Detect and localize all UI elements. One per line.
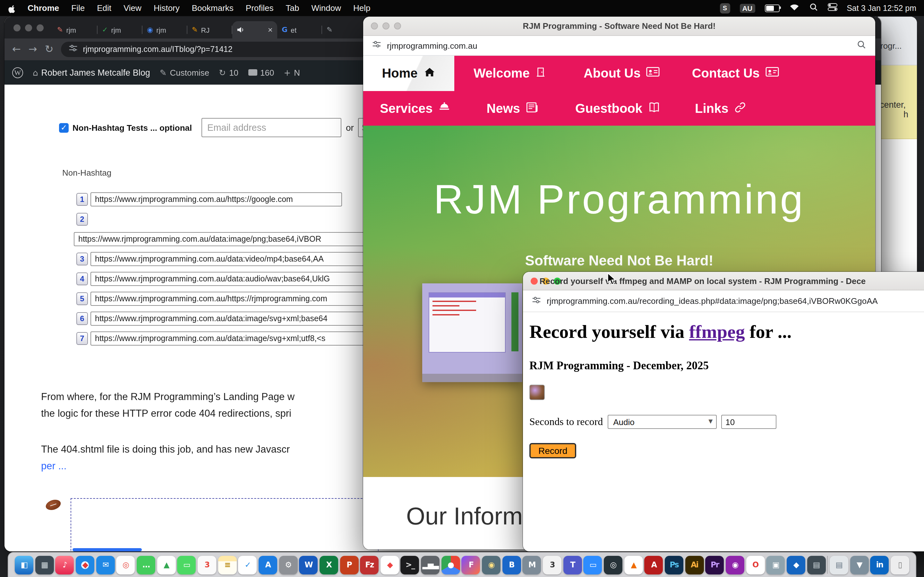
test-1-button[interactable]: 1 xyxy=(76,193,88,206)
browser-tab[interactable]: G et × xyxy=(277,21,322,39)
dock-opera-icon[interactable]: O xyxy=(746,556,764,574)
wifi-icon[interactable] xyxy=(789,3,799,13)
dock-mamp-icon[interactable]: M xyxy=(523,556,541,574)
site-settings-icon[interactable] xyxy=(69,44,78,55)
seconds-input[interactable] xyxy=(721,415,776,429)
dock-obs-icon[interactable]: ◎ xyxy=(604,556,622,574)
nav-item-about-us[interactable]: About Us xyxy=(583,56,660,91)
dock-chrome-icon[interactable]: ● xyxy=(441,556,460,574)
dock-powerpoint-icon[interactable]: P xyxy=(340,556,359,574)
dock-photos-icon[interactable]: ◎ xyxy=(116,556,135,574)
dock-window-counter-icon[interactable]: 3 xyxy=(543,556,561,574)
dock-downloads-icon[interactable]: ▼ xyxy=(850,556,869,574)
dock-preview-icon[interactable]: ▣ xyxy=(766,556,785,574)
site-settings-icon[interactable] xyxy=(532,295,541,307)
spotlight-icon[interactable] xyxy=(809,3,818,13)
dock-dropbox-icon[interactable]: ◆ xyxy=(787,556,805,574)
dock-terminal-icon[interactable]: >_ xyxy=(401,556,419,574)
dock-excel-icon[interactable]: X xyxy=(320,556,338,574)
wordpress-logo-icon[interactable]: W xyxy=(12,67,23,78)
dock-trash-icon[interactable]: ▯ xyxy=(891,556,909,574)
nav-item-home[interactable]: Home xyxy=(363,56,454,91)
dock-documents-folder-icon[interactable]: ▤ xyxy=(830,556,848,574)
tab-close-icon[interactable]: × xyxy=(268,26,273,34)
dock-reminders-icon[interactable]: ✓ xyxy=(238,556,257,574)
test-7-url-input[interactable] xyxy=(90,332,382,346)
dock-vlc-icon[interactable]: ▲ xyxy=(624,556,643,574)
dock-launchpad-icon[interactable]: ▦ xyxy=(35,556,53,574)
ffmpeg-link[interactable]: ffmpeg xyxy=(689,321,745,342)
browser-tab[interactable]: ✎ rjm × xyxy=(53,21,97,39)
browser-tab[interactable]: × xyxy=(232,21,277,39)
dock-premiere-icon[interactable]: Pr xyxy=(706,556,724,574)
dock-illustrator-icon[interactable]: Ai xyxy=(685,556,704,574)
menu-item[interactable]: View xyxy=(124,3,142,13)
menu-item[interactable]: Chrome xyxy=(27,3,59,13)
menu-bar-clock[interactable]: Sat 3 Jan 12:52 pm xyxy=(846,3,916,13)
close-window-button[interactable] xyxy=(13,24,21,31)
zoom-search-icon[interactable] xyxy=(857,39,866,52)
dock-notes-icon[interactable]: ≡ xyxy=(218,556,236,574)
non-hashtag-checkbox[interactable]: ✓ xyxy=(59,123,69,132)
front-address-bar[interactable]: rjmprogramming.com.au/recording_ideas.ph… xyxy=(523,290,924,312)
per-link[interactable]: per ... xyxy=(41,460,66,471)
zoom-window-button[interactable] xyxy=(37,24,44,31)
test-3-url-input[interactable] xyxy=(90,252,382,266)
site-settings-icon[interactable] xyxy=(372,40,381,51)
wp-site-menu[interactable]: ⌂ Robert James Metcalfe Blog xyxy=(33,68,150,77)
dock-activity-monitor-icon[interactable]: ▂▅▃ xyxy=(421,556,439,574)
test-5-url-input[interactable] xyxy=(90,292,382,306)
wp-new-menu[interactable]: + N xyxy=(284,68,300,77)
menu-item[interactable]: Profiles xyxy=(246,3,274,13)
menu-item[interactable]: Bookmarks xyxy=(192,3,234,13)
test-1-url-input[interactable] xyxy=(90,192,342,206)
dock-zoom-icon[interactable]: ▭ xyxy=(583,556,602,574)
browser-tab[interactable]: ◉ rjm × xyxy=(142,21,187,39)
test-6-button[interactable]: 6 xyxy=(76,312,88,325)
recorded-thumbnail-image[interactable] xyxy=(529,385,545,400)
dock-facetime-icon[interactable]: ▭ xyxy=(178,556,196,574)
media-type-select[interactable]: Audio ▾ xyxy=(607,415,716,429)
reload-icon[interactable]: ↻ xyxy=(45,44,53,55)
dock-filezilla-icon[interactable]: Fz xyxy=(360,556,379,574)
dock-mail-icon[interactable]: ✉ xyxy=(96,556,115,574)
test-2-url-input[interactable] xyxy=(74,232,389,246)
dock-maps-icon[interactable]: ▲ xyxy=(157,556,176,574)
middle-address-bar[interactable]: rjmprogramming.com.au xyxy=(363,36,875,56)
nav-item-contact-us[interactable]: Contact Us xyxy=(692,56,779,91)
dock-safari-icon[interactable]: ◆ xyxy=(76,556,94,574)
record-button[interactable]: Record xyxy=(529,443,576,458)
dock-messages-icon[interactable]: … xyxy=(137,556,155,574)
wp-comments-menu[interactable]: 160 xyxy=(248,68,274,77)
dock-pictures-icon[interactable]: ▤ xyxy=(807,556,825,574)
menu-item[interactable]: Edit xyxy=(97,3,111,13)
menu-item[interactable]: Tab xyxy=(286,3,299,13)
dock-anydesk-icon[interactable]: ◆ xyxy=(381,556,399,574)
test-5-button[interactable]: 5 xyxy=(76,292,88,305)
nav-item-services[interactable]: Services xyxy=(380,91,451,126)
dock-app-store-icon[interactable]: A xyxy=(258,556,277,574)
front-window-titlebar[interactable]: Record yourself via ffmpeg and MAMP on l… xyxy=(523,272,924,290)
browser-tab[interactable]: ✎ RJ × xyxy=(187,21,232,39)
nav-item-welcome[interactable]: Welcome xyxy=(473,56,546,91)
test-7-button[interactable]: 7 xyxy=(76,332,88,345)
menu-item[interactable]: History xyxy=(153,3,180,13)
back-icon[interactable]: ← xyxy=(12,44,21,55)
dock-bbedit-icon[interactable]: B xyxy=(502,556,521,574)
apple-menu-icon[interactable] xyxy=(8,3,16,13)
test-4-button[interactable]: 4 xyxy=(76,272,88,285)
window-controls[interactable] xyxy=(10,17,53,39)
nav-item-news[interactable]: News xyxy=(487,91,538,126)
dock-firefox-icon[interactable]: F xyxy=(462,556,480,574)
menu-item[interactable]: Help xyxy=(353,3,371,13)
forward-icon[interactable]: → xyxy=(29,44,37,55)
test-3-button[interactable]: 3 xyxy=(76,253,88,266)
screenshot-tool-icon[interactable]: S xyxy=(720,3,730,13)
input-source-indicator[interactable]: AU xyxy=(740,3,755,13)
dock-calendar-icon[interactable]: 3 xyxy=(198,556,216,574)
menu-item[interactable]: File xyxy=(71,3,85,13)
dock-system-settings-icon[interactable]: ⚙ xyxy=(279,556,297,574)
wp-customise-menu[interactable]: ✎ Customise xyxy=(160,68,210,77)
dock-teams-icon[interactable]: T xyxy=(563,556,582,574)
tab-audio-icon[interactable] xyxy=(237,26,244,33)
